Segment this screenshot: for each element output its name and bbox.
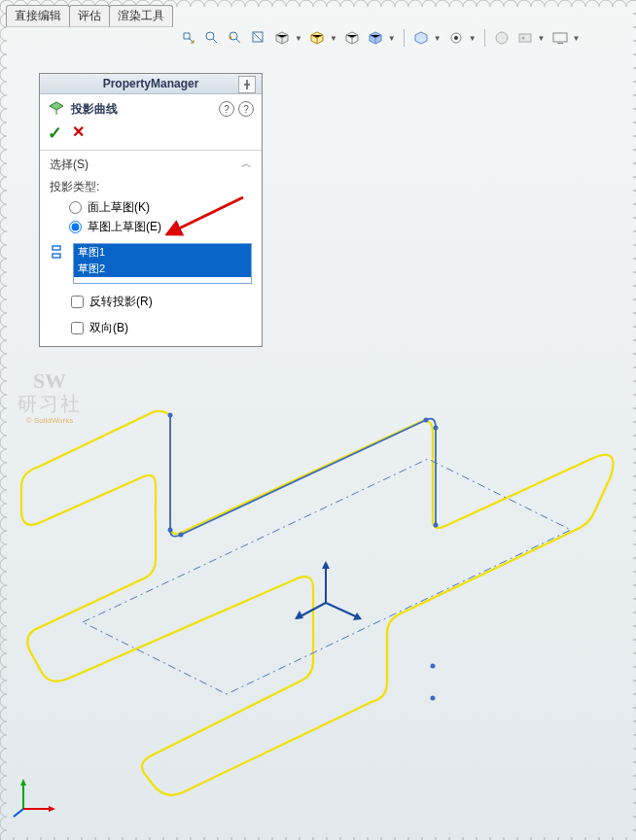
svg-point-14 xyxy=(168,413,173,418)
svg-point-18 xyxy=(434,426,439,431)
view-triad xyxy=(12,772,60,821)
svg-line-27 xyxy=(14,809,23,817)
svg-point-17 xyxy=(424,418,429,423)
svg-point-16 xyxy=(179,533,184,538)
svg-point-19 xyxy=(434,523,439,528)
svg-line-23 xyxy=(326,603,360,618)
svg-point-20 xyxy=(431,664,436,669)
svg-point-15 xyxy=(168,528,173,533)
viewport[interactable] xyxy=(0,0,636,840)
app-frame: 直接编辑 评估 渲染工具 ▼ ▼ ▼ xyxy=(0,0,636,840)
svg-point-21 xyxy=(431,696,436,701)
origin-triad xyxy=(295,561,362,620)
